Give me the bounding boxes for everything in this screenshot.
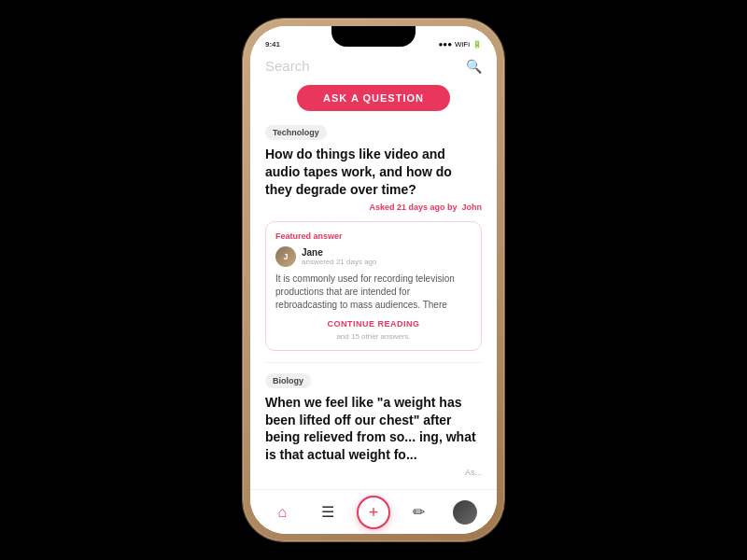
question-meta-text: Asked 21 days ago by — [369, 203, 457, 212]
question-title-2[interactable]: When we feel like "a weight has been lif… — [265, 394, 482, 465]
search-bar[interactable]: Search 🔍 — [250, 52, 497, 81]
plus-icon: + — [369, 504, 379, 521]
edit-icon: ✏ — [413, 503, 425, 521]
phone-frame: 9:41 ●●● WiFi 🔋 Search 🔍 ASK A QUESTION — [243, 19, 504, 541]
section-divider — [265, 362, 482, 363]
phone-notch — [331, 26, 416, 47]
question-meta-2: As... — [265, 468, 482, 477]
answerer-date: answered 21 days ago — [302, 258, 377, 266]
answer-text: It is commonly used for recording televi… — [275, 273, 472, 312]
category-tag-1: Technology — [265, 125, 327, 140]
profile-avatar — [453, 500, 477, 525]
phone-screen: 9:41 ●●● WiFi 🔋 Search 🔍 ASK A QUESTION — [250, 26, 497, 534]
category-tag-2: Biology — [265, 373, 311, 388]
featured-answer-card: Featured answer J Jane answered 21 days … — [265, 221, 482, 351]
answerer-row: J Jane answered 21 days ago — [275, 246, 472, 267]
ask-question-button[interactable]: ASK A QUESTION — [297, 85, 450, 111]
answerer-info: Jane answered 21 days ago — [302, 247, 377, 266]
add-fab-button[interactable]: + — [357, 496, 390, 529]
content-scroll: Technology How do things like video and … — [250, 122, 497, 489]
question-meta-1: Asked 21 days ago by John — [265, 203, 482, 212]
continue-reading-button[interactable]: CONTINUE READING — [275, 319, 472, 329]
status-time: 9:41 — [265, 40, 280, 49]
nav-feed[interactable]: ☰ — [311, 496, 345, 529]
bottom-nav: ⌂ ☰ + ✏ — [250, 489, 497, 534]
list-icon: ☰ — [321, 503, 334, 521]
answerer-avatar: J — [275, 246, 296, 267]
other-answers-count: and 15 other answers. — [275, 332, 472, 341]
question-card-2: Biology When we feel like "a weight has … — [265, 371, 482, 489]
nav-profile[interactable] — [448, 496, 482, 529]
app-screen: 9:41 ●●● WiFi 🔋 Search 🔍 ASK A QUESTION — [250, 26, 497, 534]
nav-home[interactable]: ⌂ — [265, 496, 299, 529]
question-title-1[interactable]: How do things like video and audio tapes… — [265, 146, 482, 199]
question-author[interactable]: John — [462, 203, 483, 212]
nav-write[interactable]: ✏ — [402, 496, 436, 529]
home-icon: ⌂ — [278, 504, 288, 521]
search-placeholder: Search — [265, 58, 310, 74]
answerer-name: Jane — [302, 247, 377, 258]
status-icons: ●●● WiFi 🔋 — [439, 40, 483, 49]
search-icon[interactable]: 🔍 — [466, 59, 482, 74]
ask-button-container: ASK A QUESTION — [250, 81, 497, 122]
featured-label: Featured answer — [275, 231, 472, 241]
question-card-1: Technology How do things like video and … — [265, 122, 482, 351]
